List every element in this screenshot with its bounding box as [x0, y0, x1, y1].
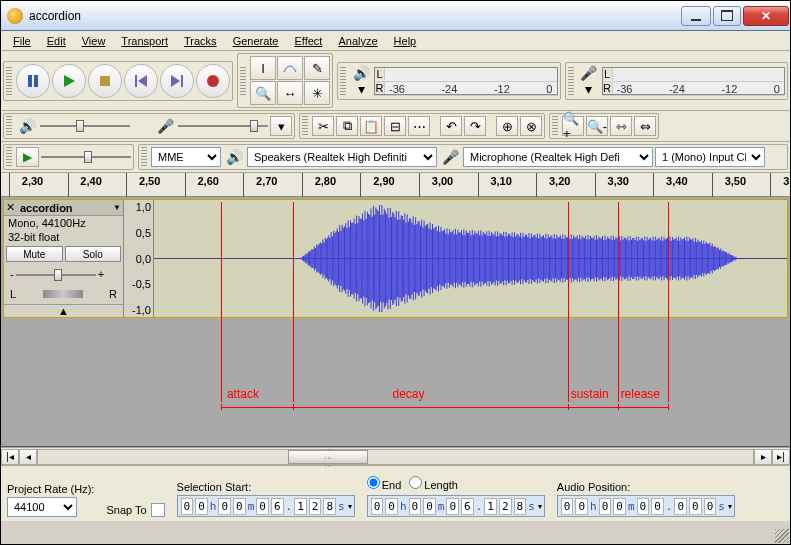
toolbar-grip[interactable]	[302, 116, 308, 136]
toolbar-grip[interactable]	[6, 116, 12, 136]
multi-tool-icon[interactable]: ✳	[304, 81, 330, 105]
project-rate-select[interactable]: 44100	[7, 497, 77, 517]
selection-tool-icon[interactable]: I	[250, 56, 276, 80]
track-format: 32-bit float	[4, 230, 123, 244]
selection-start-time[interactable]: 00 h 00 m 06.128 s▾	[177, 495, 355, 517]
track: ✕ accordion ▼ Mono, 44100Hz 32-bit float…	[3, 199, 788, 318]
link-icon[interactable]: ⊗	[520, 116, 542, 136]
paste-icon[interactable]: 📋	[360, 116, 382, 136]
cut-icon[interactable]: ✂	[312, 116, 334, 136]
track-close-icon[interactable]: ✕	[6, 201, 20, 214]
menu-effect[interactable]: Effect	[287, 33, 331, 49]
resize-grip-icon[interactable]	[775, 529, 789, 543]
track-area: ✕ accordion ▼ Mono, 44100Hz 32-bit float…	[1, 197, 790, 447]
menu-analyze[interactable]: Analyze	[330, 33, 385, 49]
toolbar-grip[interactable]	[552, 116, 558, 136]
svg-marker-6	[171, 75, 180, 87]
scroll-left-button[interactable]: ◂	[19, 449, 37, 465]
scroll-left-end-button[interactable]: |◂	[1, 449, 19, 465]
track-name[interactable]: accordion	[20, 202, 113, 214]
input-device-select[interactable]: Microphone (Realtek High Defi	[463, 147, 653, 167]
mic-icon[interactable]: 🎤▾	[578, 65, 600, 97]
sync-lock-icon[interactable]: ⊕	[496, 116, 518, 136]
svg-rect-7	[181, 75, 183, 87]
record-meter[interactable]: L R -36-24-120	[602, 67, 786, 95]
record-button[interactable]	[196, 64, 230, 98]
length-radio[interactable]: Length	[409, 476, 458, 491]
device-toolbar: MME 🔊 Speakers (Realtek High Definiti 🎤 …	[138, 144, 788, 170]
collapse-button[interactable]: ▲	[4, 304, 123, 317]
mute-button[interactable]: Mute	[6, 246, 63, 262]
menu-tracks[interactable]: Tracks	[176, 33, 225, 49]
record-volume-slider[interactable]	[178, 119, 268, 133]
silence-icon[interactable]: ⋯	[408, 116, 430, 136]
scroll-right-button[interactable]: ▸	[754, 449, 772, 465]
audio-host-select[interactable]: MME	[151, 147, 221, 167]
draw-tool-icon[interactable]: ✎	[304, 56, 330, 80]
maximize-button[interactable]	[713, 6, 741, 26]
gain-slider[interactable]	[16, 268, 96, 282]
toolbar-grip[interactable]	[568, 67, 574, 95]
toolbar-grip[interactable]	[240, 67, 246, 95]
playback-speed-slider[interactable]	[41, 150, 131, 164]
envelope-tool-icon[interactable]	[277, 56, 303, 80]
toolbar-grip[interactable]	[6, 147, 12, 167]
selection-end-time[interactable]: 00 h 00 m 06.128 s▾	[367, 495, 545, 517]
stop-button[interactable]	[88, 64, 122, 98]
skip-start-button[interactable]	[124, 64, 158, 98]
snap-to[interactable]: Snap To	[106, 503, 164, 517]
timeshift-tool-icon[interactable]: ↔	[277, 81, 303, 105]
toolbar-grip[interactable]	[6, 67, 12, 95]
svg-marker-5	[138, 75, 147, 87]
trim-icon[interactable]: ⊟	[384, 116, 406, 136]
timeline-ruler[interactable]: 2,30 2,40 2,50 2,60 2,70 2,80 2,90 3,00 …	[1, 173, 790, 197]
fit-selection-icon[interactable]: ⇿	[610, 116, 632, 136]
input-monitor-icon[interactable]: ▾	[270, 116, 292, 136]
zoom-tool-icon[interactable]: 🔍	[250, 81, 276, 105]
playback-meter[interactable]: L R -36-24-120	[374, 67, 558, 95]
toolbar-row-2: 🔊 🎤 ▾ ✂ ⧉ 📋 ⊟ ⋯ ↶ ↷ ⊕ ⊗ 🔍+ 🔍- ⇿ ⇔	[1, 111, 790, 142]
end-radio[interactable]: End	[367, 476, 402, 491]
toolbar-grip[interactable]	[141, 147, 147, 167]
track-control-panel: ✕ accordion ▼ Mono, 44100Hz 32-bit float…	[4, 200, 124, 317]
scroll-right-end-button[interactable]: ▸|	[772, 449, 790, 465]
waveform-display[interactable]	[154, 200, 787, 317]
solo-button[interactable]: Solo	[65, 246, 122, 262]
toolbar-grip[interactable]	[340, 67, 346, 95]
skip-end-button[interactable]	[160, 64, 194, 98]
menu-generate[interactable]: Generate	[225, 33, 287, 49]
zoom-out-icon[interactable]: 🔍-	[586, 116, 608, 136]
speaker-icon[interactable]: 🔊▾	[350, 65, 372, 97]
menu-help[interactable]: Help	[386, 33, 425, 49]
fit-project-icon[interactable]: ⇔	[634, 116, 656, 136]
undo-icon[interactable]: ↶	[440, 116, 462, 136]
menu-edit[interactable]: Edit	[39, 33, 74, 49]
pause-button[interactable]	[16, 64, 50, 98]
audio-position-label: Audio Position:	[557, 481, 735, 493]
pan-slider[interactable]	[43, 290, 83, 298]
scrollbar-thumb[interactable]	[288, 450, 368, 464]
zoom-in-icon[interactable]: 🔍+	[562, 116, 584, 136]
redo-icon[interactable]: ↷	[464, 116, 486, 136]
amplitude-ruler: 1,0 0,5 0,0 -0,5 -1,0	[124, 200, 154, 317]
output-device-select[interactable]: Speakers (Realtek High Definiti	[247, 147, 437, 167]
copy-icon[interactable]: ⧉	[336, 116, 358, 136]
waveform-svg	[154, 200, 787, 317]
speaker-icon: 🔊	[223, 149, 245, 165]
close-button[interactable]	[743, 6, 789, 26]
playback-volume-slider[interactable]	[40, 119, 130, 133]
menu-file[interactable]: File	[5, 33, 39, 49]
track-menu-icon[interactable]: ▼	[113, 203, 121, 212]
play-button[interactable]	[52, 64, 86, 98]
menu-transport[interactable]: Transport	[113, 33, 176, 49]
horizontal-scrollbar[interactable]: |◂ ◂ ▸ ▸|	[1, 447, 790, 465]
input-channels-select[interactable]: 1 (Mono) Input Ch	[655, 147, 765, 167]
audio-position-time[interactable]: 00 h 00 m 00.000 s▾	[557, 495, 735, 517]
edit-toolbar: ✂ ⧉ 📋 ⊟ ⋯ ↶ ↷ ⊕ ⊗	[299, 113, 545, 139]
svg-rect-1	[34, 75, 38, 87]
snap-checkbox[interactable]	[151, 503, 165, 517]
play-at-speed-button[interactable]: ▶	[16, 147, 39, 167]
toolbar-row-1: I ✎ 🔍 ↔ ✳ 🔊▾ L R -36-24-120 🎤▾ L R -36-2…	[1, 51, 790, 111]
menu-view[interactable]: View	[74, 33, 114, 49]
minimize-button[interactable]	[681, 6, 711, 26]
